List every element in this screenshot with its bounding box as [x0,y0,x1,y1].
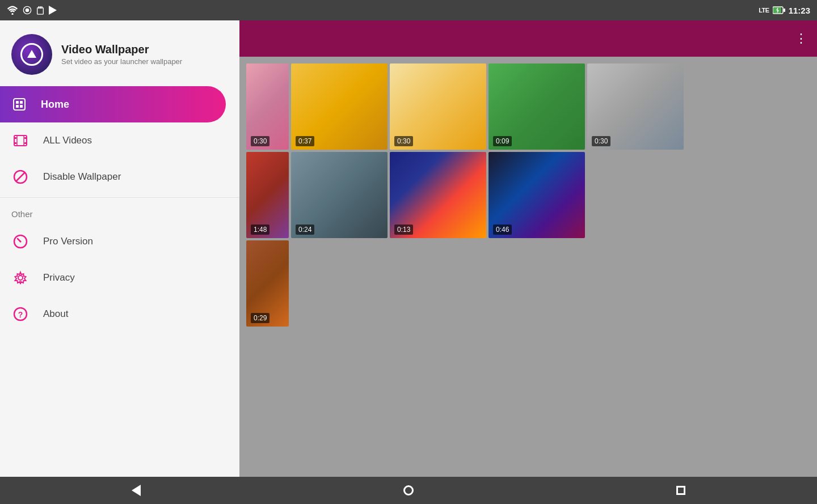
bottom-nav [0,477,817,504]
back-button[interactable] [113,477,159,504]
video-thumbnail[interactable]: 0:29 [246,240,289,327]
home-icon [403,485,414,495]
back-icon [132,485,141,496]
video-duration: 0:29 [251,313,269,323]
video-duration: 0:37 [296,136,314,146]
sidebar-item-disable-wallpaper[interactable]: Disable Wallpaper [0,159,239,195]
about-label: About [43,308,68,320]
svg-point-30 [20,241,22,243]
video-duration: 0:46 [493,225,512,235]
svg-rect-6 [41,6,43,9]
content-toolbar: ⋮ [239,20,817,57]
svg-point-2 [26,9,30,12]
app-logo-inner [20,43,43,66]
video-thumbnail[interactable]: 0:24 [291,152,388,238]
overflow-menu-button[interactable]: ⋮ [795,31,808,46]
video-duration: 0:30 [394,136,413,146]
svg-rect-23 [24,142,27,144]
other-section-label: Other [0,200,239,223]
all-videos-label: ALL Videos [43,135,92,146]
content-area: ⋮ 0:30 0:37 0:30 0:09 0:30 [239,20,817,477]
home-nav-label: Home [41,99,69,111]
video-row: 0:30 0:37 0:30 0:09 0:30 [246,63,810,150]
video-thumbnail[interactable]: 0:30 [246,63,289,150]
sidebar-header: Video Wallpaper Set video as your launch… [0,20,239,86]
sidebar-header-text: Video Wallpaper Set video as your launch… [61,43,182,66]
svg-rect-15 [16,101,19,104]
svg-rect-17 [16,105,19,108]
svg-rect-5 [40,6,41,9]
play-icon [49,6,57,15]
sidebar: Video Wallpaper Set video as your launch… [0,20,239,477]
film-icon [11,132,30,150]
svg-rect-20 [14,137,16,139]
svg-rect-4 [38,6,39,9]
sidebar-item-pro-version[interactable]: Pro Version [0,223,239,260]
svg-point-0 [11,13,13,15]
about-icon: ? [11,305,30,323]
sdcard-icon [36,6,44,15]
svg-rect-22 [24,137,27,139]
svg-rect-16 [20,101,23,104]
status-bar-left [7,6,57,15]
sidebar-item-privacy[interactable]: Privacy [0,260,239,296]
app-name: Video Wallpaper [61,43,182,56]
video-duration: 0:09 [493,136,512,146]
video-thumbnail[interactable]: 0:37 [291,63,388,150]
svg-rect-19 [14,135,27,146]
svg-line-27 [16,172,25,181]
app-subtitle: Set video as your launcher wallpaper [61,57,182,66]
sidebar-item-all-videos[interactable]: ALL Videos [0,122,239,159]
video-thumbnail[interactable]: 0:13 [390,152,486,238]
home-cube-icon [11,96,27,112]
recents-button[interactable] [658,477,704,504]
app-logo-triangle [27,50,36,58]
video-duration: 0:30 [251,136,269,146]
disable-wallpaper-label: Disable Wallpaper [43,171,121,183]
svg-marker-7 [49,6,57,15]
video-row: 0:29 [246,240,810,327]
sidebar-item-about[interactable]: ? About [0,296,239,332]
svg-rect-21 [14,142,16,144]
video-thumbnail[interactable]: 0:30 [390,63,486,150]
privacy-gear-icon [11,269,30,287]
section-divider [0,197,239,198]
video-thumbnail[interactable]: 1:48 [246,152,289,238]
video-row: 1:48 0:24 0:13 0:46 [246,152,810,238]
wifi-icon [7,6,18,15]
main-layout: Video Wallpaper Set video as your launch… [0,20,817,477]
video-duration: 0:24 [296,225,314,235]
app-logo [11,34,52,75]
status-bar-right: LTE 11:23 [759,6,810,15]
video-thumbnail[interactable]: 0:30 [587,63,684,150]
record-icon [23,6,32,15]
lte-label: LTE [759,7,769,14]
home-button[interactable] [386,477,431,504]
gauge-icon [11,232,30,251]
svg-rect-18 [20,105,23,108]
time-display: 11:23 [789,6,810,15]
status-bar: LTE 11:23 [0,0,817,20]
battery-icon [773,6,785,14]
video-duration: 0:30 [592,136,610,146]
video-duration: 1:48 [251,225,269,235]
recents-icon [676,486,685,495]
video-grid: 0:30 0:37 0:30 0:09 0:30 1:48 [239,57,817,477]
svg-rect-14 [14,99,25,110]
video-thumbnail[interactable]: 0:09 [488,63,585,150]
svg-text:?: ? [18,310,23,319]
pro-version-label: Pro Version [43,236,93,247]
video-thumbnail[interactable]: 0:46 [488,152,585,238]
privacy-label: Privacy [43,272,75,283]
ban-icon [11,168,30,186]
sidebar-item-home[interactable]: Home [0,86,226,122]
svg-point-31 [18,276,23,280]
svg-rect-10 [784,9,785,12]
video-duration: 0:13 [394,225,413,235]
